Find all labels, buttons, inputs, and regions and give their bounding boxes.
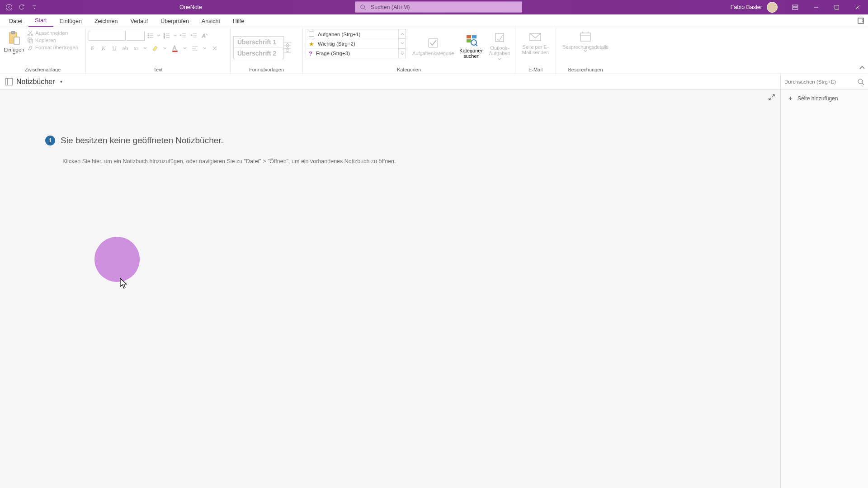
- expand-panel-icon[interactable]: [768, 93, 777, 102]
- tab-verlauf[interactable]: Verlauf: [124, 15, 154, 27]
- style-gallery[interactable]: Überschrift 1 Überschrift 2: [233, 36, 284, 59]
- tag-important[interactable]: ★ Wichtig (Strg+2): [306, 39, 398, 48]
- search-box[interactable]: [355, 1, 522, 13]
- page-search-input[interactable]: [784, 79, 857, 84]
- tag-question[interactable]: ? Frage (Strg+3): [306, 48, 398, 58]
- bold-button[interactable]: F: [89, 44, 97, 53]
- svg-rect-7: [11, 31, 15, 34]
- copy-button[interactable]: Kopieren: [27, 37, 78, 43]
- back-icon[interactable]: [5, 3, 14, 12]
- notebook-title: Notizbücher: [16, 78, 55, 86]
- user-name: Fabio Basler: [731, 4, 762, 10]
- tag-todo[interactable]: Aufgaben (Strg+1): [306, 29, 398, 39]
- group-label-styles: Formatvorlagen: [233, 66, 300, 74]
- svg-point-13: [148, 33, 149, 34]
- tab-zeichnen[interactable]: Zeichnen: [88, 15, 124, 27]
- svg-text:A: A: [173, 45, 176, 51]
- page-search-box[interactable]: [780, 74, 868, 89]
- italic-button[interactable]: K: [99, 44, 108, 53]
- qat-customize-icon[interactable]: [30, 3, 39, 12]
- indent-button[interactable]: [189, 31, 199, 41]
- style-h2[interactable]: Überschrift 2: [234, 47, 283, 59]
- align-dropdown[interactable]: [203, 47, 207, 50]
- style-h1[interactable]: Überschrift 1: [234, 37, 283, 47]
- copy-label: Kopieren: [35, 38, 56, 43]
- ribbon: Einfügen Ausschneiden Kopieren Format üb…: [0, 27, 868, 74]
- numbering-button[interactable]: 123: [162, 31, 172, 41]
- add-page-button[interactable]: ＋ Seite hinzufügen: [781, 89, 868, 107]
- cut-button[interactable]: Ausschneiden: [27, 30, 78, 36]
- empty-subtitle[interactable]: Klicken Sie hier, um ein Notizbuch hinzu…: [62, 158, 868, 164]
- font-color-button[interactable]: A: [170, 43, 180, 53]
- paste-button[interactable]: Einfügen: [3, 29, 25, 55]
- svg-point-15: [148, 37, 149, 38]
- paste-label: Einfügen: [4, 47, 24, 52]
- bullets-button[interactable]: [146, 31, 156, 41]
- tag-expand[interactable]: [399, 49, 406, 58]
- group-label-tags: Kategorien: [306, 66, 512, 74]
- outlook-tasks-button[interactable]: Outlook- Aufgaben: [486, 29, 513, 61]
- find-categories-label-2: suchen: [463, 53, 479, 59]
- style-scroll-up[interactable]: [284, 42, 291, 46]
- highlight-button[interactable]: [150, 43, 160, 53]
- tab-start[interactable]: Start: [28, 14, 53, 27]
- tag-scroll-down[interactable]: [399, 39, 406, 48]
- svg-rect-3: [793, 8, 798, 9]
- find-categories-label-1: Kategorien: [459, 48, 483, 53]
- notebook-icon: [5, 78, 13, 85]
- chevron-down-icon: [498, 58, 501, 61]
- svg-rect-8: [14, 37, 19, 44]
- format-painter-button[interactable]: Format übertragen: [27, 44, 78, 51]
- meeting-details-button[interactable]: Besprechungsdetails: [559, 29, 612, 52]
- align-button[interactable]: [190, 43, 200, 53]
- ribbon-mode-icon[interactable]: [785, 0, 806, 14]
- tab-ueberpruefen[interactable]: Überprüfen: [154, 15, 195, 27]
- undo-icon[interactable]: [17, 3, 26, 12]
- tag-important-label: Wichtig (Strg+2): [318, 41, 355, 47]
- tab-hilfe[interactable]: Hilfe: [226, 15, 250, 27]
- title-bar: OneNote Fabio Basler: [0, 0, 868, 14]
- subscript-button[interactable]: x2: [132, 44, 140, 53]
- share-icon[interactable]: [857, 17, 864, 26]
- close-button[interactable]: [847, 0, 868, 14]
- strike-button[interactable]: ab: [121, 44, 129, 53]
- clear-format-button[interactable]: A: [200, 31, 210, 41]
- bullets-dropdown[interactable]: [156, 34, 161, 37]
- collapse-ribbon-button[interactable]: [859, 64, 865, 72]
- font-size-select[interactable]: [127, 31, 145, 41]
- notebook-picker[interactable]: Notizbücher ▾: [5, 78, 62, 86]
- outlook-tasks-label-1: Outlook-: [490, 45, 509, 51]
- font-color-dropdown[interactable]: [183, 47, 187, 50]
- subscript-dropdown[interactable]: [143, 47, 147, 50]
- svg-rect-23: [467, 35, 471, 38]
- avatar[interactable]: [767, 2, 778, 13]
- email-page-button[interactable]: Seite per E- Mail senden: [519, 29, 552, 55]
- outlook-tasks-label-2: Aufgaben: [489, 51, 510, 56]
- style-scroll-down[interactable]: [284, 46, 291, 49]
- todo-category-button[interactable]: Aufgabenkategorie: [410, 29, 457, 61]
- style-expand[interactable]: [284, 49, 291, 53]
- maximize-button[interactable]: [826, 0, 847, 14]
- outdent-button[interactable]: [178, 31, 188, 41]
- tag-gallery[interactable]: Aufgaben (Strg+1) ★ Wichtig (Strg+2) ? F…: [306, 29, 399, 58]
- find-categories-button[interactable]: Kategorien suchen: [457, 29, 486, 61]
- delete-button[interactable]: [210, 43, 220, 53]
- font-name-select[interactable]: [89, 31, 126, 41]
- group-text: 123 A F K U ab x2: [86, 27, 231, 74]
- tab-datei[interactable]: Datei: [3, 15, 28, 27]
- todo-category-label: Aufgabenkategorie: [412, 51, 454, 56]
- tag-scroll-up[interactable]: [399, 29, 406, 39]
- highlight-dropdown[interactable]: [163, 47, 167, 50]
- app-title: OneNote: [179, 4, 202, 10]
- minimize-button[interactable]: [806, 0, 826, 14]
- question-icon: ?: [309, 50, 312, 57]
- svg-rect-5: [858, 18, 863, 23]
- tab-einfuegen[interactable]: Einfügen: [53, 15, 88, 27]
- tab-ansicht[interactable]: Ansicht: [195, 15, 226, 27]
- star-icon: ★: [309, 41, 314, 47]
- svg-rect-29: [580, 33, 590, 41]
- underline-button[interactable]: U: [110, 44, 118, 53]
- svg-point-0: [6, 5, 12, 10]
- numbering-dropdown[interactable]: [173, 34, 177, 37]
- search-input[interactable]: [371, 4, 506, 10]
